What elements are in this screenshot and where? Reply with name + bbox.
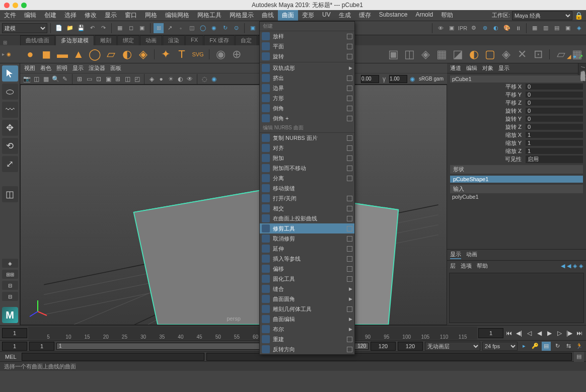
new-scene-icon[interactable]: 📄 bbox=[54, 23, 64, 33]
polycube-icon[interactable]: ◼ bbox=[39, 47, 53, 61]
dd-item-圆化工具[interactable]: 圆化工具 bbox=[260, 274, 354, 284]
set-key-icon[interactable]: 🔑 bbox=[531, 342, 540, 351]
vp-menu-panels[interactable]: 面板 bbox=[110, 64, 121, 72]
multicut-icon[interactable]: ✕ bbox=[515, 47, 529, 61]
cb-attr-value[interactable]: 1 bbox=[526, 140, 583, 146]
go-to-start-icon[interactable]: ⏮ bbox=[504, 329, 514, 338]
option-box-icon[interactable] bbox=[347, 34, 352, 39]
dd-item-曲面编辑[interactable]: 曲面编辑▶ bbox=[260, 314, 354, 324]
polytype-icon[interactable]: T bbox=[175, 47, 189, 61]
playback-toggle-icon[interactable]: ↻ bbox=[553, 342, 562, 351]
menu-变形[interactable]: 变形 bbox=[298, 10, 318, 21]
menu-编辑[interactable]: 编辑 bbox=[20, 10, 40, 21]
bevel-icon[interactable]: ◪ bbox=[451, 47, 465, 61]
cb-object-name[interactable]: pCube1 bbox=[450, 75, 583, 83]
menu-窗口[interactable]: 窗口 bbox=[121, 10, 141, 21]
option-box-icon[interactable] bbox=[347, 176, 352, 181]
shelf-tab-6[interactable]: FX bbox=[185, 35, 203, 45]
cb-toggle2-icon[interactable]: ● bbox=[573, 53, 576, 60]
minimize-window-icon[interactable] bbox=[13, 3, 18, 8]
combine-icon[interactable]: ▣ bbox=[386, 47, 400, 61]
dd-item-对齐[interactable]: 对齐 bbox=[260, 143, 354, 153]
vp-camera-icon[interactable]: 📷 bbox=[22, 74, 31, 84]
current-frame-end[interactable] bbox=[478, 328, 503, 338]
vp-wireframe-icon[interactable]: ◈ bbox=[147, 74, 156, 84]
dd-item-平面[interactable]: 平面 bbox=[260, 41, 354, 51]
toggle-icon[interactable]: ⊙ bbox=[231, 23, 241, 33]
option-box-icon[interactable] bbox=[347, 226, 352, 231]
panel-layout-1-icon[interactable]: ▦ bbox=[530, 23, 540, 33]
layer-new-selected-icon[interactable]: ◈ bbox=[579, 263, 583, 269]
shelf-tab-8[interactable]: 自定 bbox=[235, 35, 257, 45]
vp-gate-mask-icon[interactable]: ▣ bbox=[104, 74, 113, 84]
target-weld-icon[interactable]: ⊡ bbox=[531, 47, 545, 61]
vp-field-chart-icon[interactable]: ⊞ bbox=[113, 74, 122, 84]
option-box-icon[interactable] bbox=[347, 236, 352, 242]
svg-icon[interactable]: SVG bbox=[191, 47, 205, 61]
step-forward-icon[interactable]: ▷ bbox=[555, 329, 564, 338]
vp-color-mgmt-icon[interactable]: ◉ bbox=[408, 74, 417, 84]
dd-item-附加[interactable]: 附加 bbox=[260, 153, 354, 163]
script-editor-icon[interactable]: ▤ bbox=[574, 352, 584, 362]
panel-layout-2-icon[interactable]: ▥ bbox=[541, 23, 551, 33]
close-window-icon[interactable] bbox=[4, 3, 10, 8]
layer-move-up-icon[interactable]: ◀ bbox=[561, 263, 565, 269]
undo-icon[interactable]: ↶ bbox=[87, 23, 97, 33]
dd-item-倒角[interactable]: 倒角 bbox=[260, 103, 354, 113]
option-box-icon[interactable] bbox=[347, 106, 352, 111]
polycone-icon[interactable]: ▲ bbox=[71, 47, 86, 61]
vp-menu-view[interactable]: 视图 bbox=[24, 64, 35, 72]
vp-menu-show[interactable]: 显示 bbox=[72, 64, 84, 72]
shelf-tab-4[interactable]: 动画 bbox=[140, 35, 162, 45]
menu-曲面[interactable]: 曲面 bbox=[278, 10, 298, 21]
polystar-icon[interactable]: ✦ bbox=[159, 47, 173, 61]
layer-menu-options[interactable]: 选项 bbox=[461, 262, 472, 270]
scale-tool[interactable]: ⤢ bbox=[2, 156, 18, 172]
play-backwards-icon[interactable]: ◀ bbox=[535, 329, 544, 338]
cb-attr-value[interactable]: 0 bbox=[526, 100, 583, 106]
rotate-tool[interactable]: ⟲ bbox=[2, 138, 18, 154]
option-box-icon[interactable] bbox=[347, 166, 352, 171]
snap-grid-icon[interactable]: ⊞ bbox=[154, 23, 164, 33]
shelf-tab-0[interactable]: 曲线/曲面 bbox=[20, 35, 55, 45]
vp-xray-joints-icon[interactable]: ◉ bbox=[209, 74, 218, 84]
vp-smooth-shade-icon[interactable]: ● bbox=[157, 74, 166, 84]
sculpt-wire-icon[interactable]: ⊕ bbox=[230, 47, 244, 61]
cb-attr-row[interactable]: 可见性启用 bbox=[450, 155, 583, 163]
sculpt-icon[interactable]: ◉ bbox=[213, 47, 228, 61]
smooth-icon[interactable]: ▢ bbox=[483, 47, 497, 61]
ipr-icon[interactable]: IPR bbox=[458, 23, 468, 33]
dd-item-偏移[interactable]: 偏移 bbox=[260, 264, 354, 274]
uv-planar-icon[interactable]: ▱ bbox=[554, 47, 568, 61]
option-box-icon[interactable] bbox=[347, 54, 352, 59]
dd-item-布尔[interactable]: 布尔▶ bbox=[260, 324, 354, 334]
menu-曲线[interactable]: 曲线 bbox=[258, 10, 278, 21]
select-object-icon[interactable]: ◻ bbox=[126, 23, 136, 33]
option-box-icon[interactable] bbox=[347, 256, 352, 262]
vp-grid-icon[interactable]: ⊞ bbox=[75, 74, 84, 84]
cb-attr-value[interactable]: 0 bbox=[526, 108, 583, 114]
range-inner-start[interactable] bbox=[29, 342, 54, 351]
shelf-tab-5[interactable]: 渲染 bbox=[163, 35, 185, 45]
range-outer-end[interactable] bbox=[398, 342, 423, 351]
polyplane-icon[interactable]: ▱ bbox=[104, 47, 118, 61]
option-box-icon[interactable] bbox=[347, 196, 352, 201]
layer-new-empty-icon[interactable]: ◈ bbox=[573, 263, 577, 269]
dd-item-修剪工具[interactable]: 修剪工具 bbox=[260, 223, 354, 233]
vp-colorspace[interactable]: sRGB gam bbox=[417, 76, 445, 82]
construction-history-icon[interactable]: ↻ bbox=[220, 23, 230, 33]
snap-view-icon[interactable]: ◉ bbox=[209, 23, 219, 33]
cb-attr-value[interactable]: 0 bbox=[526, 92, 583, 98]
menu-显示[interactable]: 显示 bbox=[101, 10, 121, 21]
layer-menu-help[interactable]: 帮助 bbox=[477, 262, 488, 270]
cb-toggle3-icon[interactable]: ↗ bbox=[578, 53, 583, 60]
option-box-icon[interactable] bbox=[347, 246, 352, 252]
option-box-icon[interactable] bbox=[347, 276, 352, 282]
dd-item-雕刻几何体工具[interactable]: 雕刻几何体工具 bbox=[260, 304, 354, 314]
move-tool[interactable]: ✥ bbox=[2, 120, 18, 136]
cb-tab-object[interactable]: 对象 bbox=[482, 64, 493, 72]
viewport[interactable]: persp bbox=[20, 85, 447, 325]
mode-selector[interactable]: 建模 bbox=[2, 23, 47, 33]
paint-select-tool[interactable]: 〰 bbox=[2, 102, 18, 118]
play-forwards-icon[interactable]: ▶ bbox=[545, 329, 554, 338]
